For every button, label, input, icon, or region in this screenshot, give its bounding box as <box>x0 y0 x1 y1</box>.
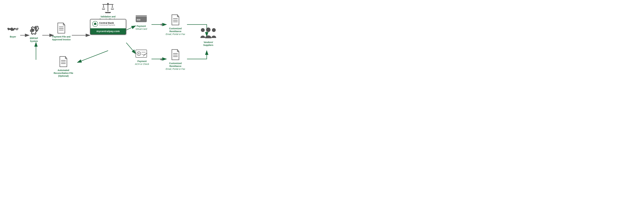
gear-icon <box>28 25 40 36</box>
svg-line-26 <box>112 5 113 9</box>
remittance1-label: CustomizedRemittanceEmail, Portal or Fax <box>166 27 185 36</box>
validation-node: Validation andSecurity Checks <box>100 1 116 21</box>
svg-point-52 <box>206 28 210 32</box>
buyer-label: Buyer <box>10 35 16 38</box>
vendors-label: Vendors/Suppliers <box>203 41 213 47</box>
erp-label: ERP/APSystem <box>30 37 38 43</box>
vendors-node: Vendors/Suppliers <box>200 27 217 47</box>
svg-text:+: + <box>160 57 162 62</box>
svg-line-25 <box>112 5 112 9</box>
remittance2-label: CustomizedRemittanceEmail, Portal or Fax <box>166 62 185 71</box>
svg-rect-39 <box>136 50 147 57</box>
svg-point-27 <box>107 3 109 5</box>
remittance1-node: CustomizedRemittanceEmail, Portal or Fax <box>166 14 185 36</box>
svg-line-23 <box>103 5 104 9</box>
svg-text:$: $ <box>138 52 140 55</box>
check-icon: $ <box>135 49 149 59</box>
virtual-card-icon <box>135 14 148 23</box>
svg-line-11 <box>77 51 108 62</box>
svg-point-51 <box>201 28 205 32</box>
svg-rect-33 <box>136 15 147 17</box>
cb-bank-name: Central Bank <box>99 22 115 24</box>
payment-file-label: Payment File andApproved Invoice <box>52 35 70 41</box>
svg-rect-31 <box>95 24 95 25</box>
payment-file-node: Payment File andApproved Invoice <box>52 22 70 41</box>
handshake-icon <box>7 25 19 34</box>
reconciliation-document-icon <box>58 56 68 68</box>
document-icon <box>56 22 66 34</box>
payment-ach-node: $ PaymentACH or Check <box>135 49 149 65</box>
payment-flow-diagram: + + Buyer <box>0 0 243 78</box>
svg-line-24 <box>104 5 104 9</box>
payment-ach-label: PaymentACH or Check <box>135 60 149 65</box>
svg-line-44 <box>143 53 146 56</box>
payment-virtual-card-node: PaymentVirtual Card <box>135 14 148 30</box>
scales-icon <box>100 1 116 14</box>
reconciliation-node: AutomatedReconciliation File(Optional) <box>54 56 73 77</box>
cb-logo <box>92 21 98 27</box>
svg-point-53 <box>212 28 216 32</box>
remittance2-document-icon <box>170 49 180 61</box>
erp-node: ERP/APSystem <box>28 25 40 43</box>
people-icon <box>200 27 217 40</box>
cb-text: Central Bank Commercial Payments <box>99 22 115 26</box>
reconciliation-label: AutomatedReconciliation File(Optional) <box>54 69 73 77</box>
svg-line-7 <box>126 43 136 54</box>
remittance1-document-icon <box>170 14 180 26</box>
remittance2-node: CustomizedRemittanceEmail, Portal or Fax <box>166 49 185 71</box>
central-bank-card: Central Bank Commercial Payments mycentr… <box>90 19 126 35</box>
svg-line-6 <box>126 26 136 30</box>
cb-sub-text: Commercial Payments <box>99 24 115 26</box>
payment-vc-label: PaymentVirtual Card <box>136 25 147 30</box>
svg-text:+: + <box>160 22 162 27</box>
cb-card-header: Central Bank Commercial Payments <box>90 20 126 28</box>
buyer-node: Buyer <box>7 25 19 38</box>
cb-card-footer: mycentralpay.com <box>90 28 126 34</box>
cb-url-text: mycentralpay.com <box>96 30 120 33</box>
svg-point-16 <box>31 29 34 32</box>
